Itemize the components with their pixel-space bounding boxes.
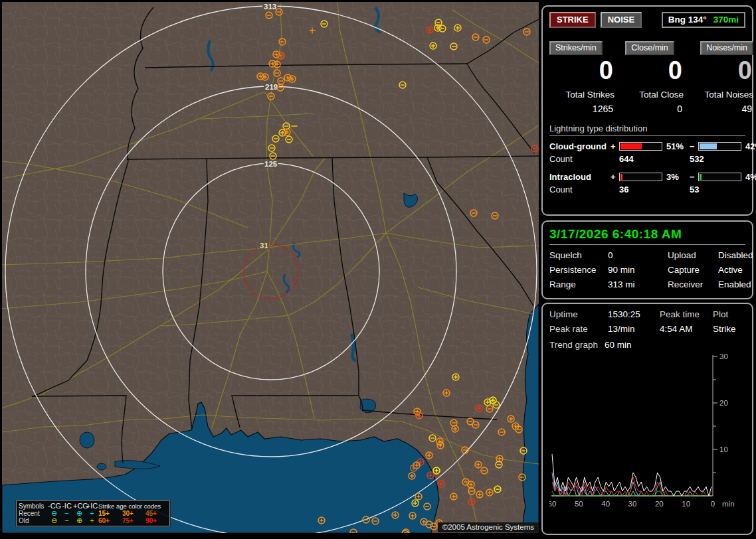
date-time-display: 3/17/2026 6:40:18 AM <box>549 227 745 242</box>
pos-cg-icon: ⊕ <box>73 517 86 524</box>
persistence-value: 90 min <box>608 265 668 275</box>
svg-text:30: 30 <box>628 500 637 508</box>
strike-age-code: 60+ <box>98 517 122 524</box>
svg-text:10: 10 <box>682 500 690 508</box>
close-per-min-column: Close/min 0 Total Close 0 <box>616 41 684 114</box>
cg-positive-pct: 51% <box>664 141 690 151</box>
noises-per-min-value: 0 <box>685 56 753 84</box>
capture-status: Active <box>718 265 748 275</box>
noises-per-min-column: Noises/min 0 Total Noises 49 <box>685 41 753 114</box>
total-close-value: 0 <box>616 104 684 114</box>
pos-ic-icon: + <box>86 517 98 524</box>
cg-negative-pct: 42% <box>743 141 756 151</box>
strikes-per-min-button[interactable]: Strikes/min <box>549 41 603 55</box>
strike-age-code: 15+ <box>98 510 122 517</box>
trend-graph: 1020306050403020100min <box>549 351 749 521</box>
squelch-label: Squelch <box>549 250 608 260</box>
svg-text:30: 30 <box>719 352 728 360</box>
receiver-label: Receiver <box>668 279 718 289</box>
svg-text:31: 31 <box>260 242 268 250</box>
legend-row-label: Recent <box>19 510 48 517</box>
strikes-per-min-value: 0 <box>549 56 614 84</box>
neg-ic-icon: − <box>60 517 73 524</box>
bearing-range: 370mi <box>713 15 739 25</box>
cloud-ground-label: Cloud-ground <box>549 141 611 151</box>
cg-positive-bar <box>619 142 662 151</box>
legend-age-title: Strike age color codes <box>98 502 167 510</box>
receiver-status: Enabled <box>718 279 748 289</box>
capture-label: Capture <box>668 265 718 275</box>
svg-text:10: 10 <box>719 445 728 453</box>
uptime-value: 1530:25 <box>608 309 660 319</box>
peak-time-label: Peak time <box>660 309 713 319</box>
legend-row-label: Old <box>19 517 48 524</box>
svg-text:40: 40 <box>601 500 610 508</box>
trend-graph-label: Trend graph <box>549 340 598 350</box>
trend-box: Uptime 1530:25 Peak time Plot Peak rate … <box>541 303 753 535</box>
bearing-label: Bng 134° <box>668 15 707 25</box>
ic-negative-count: 53 <box>690 185 756 194</box>
range-value: 313 mi <box>608 279 668 289</box>
strikes-per-min-column: Strikes/min 0 Total Strikes 1265 <box>549 41 614 114</box>
total-strikes-label: Total Strikes <box>549 90 614 100</box>
persistence-label: Persistence <box>549 265 608 275</box>
minus-sign: − <box>690 141 698 151</box>
svg-text:60: 60 <box>549 500 556 508</box>
close-per-min-button[interactable]: Close/min <box>625 41 674 55</box>
lightning-distribution-section: Lightning type distribution Cloud-ground… <box>549 123 745 194</box>
total-strikes-value: 1265 <box>549 104 614 114</box>
peak-time-value: 4:54 AM <box>660 324 713 334</box>
svg-text:0: 0 <box>711 500 715 508</box>
noise-toggle-button[interactable]: NOISE <box>601 12 642 28</box>
total-close-label: Total Close <box>616 90 684 100</box>
noises-per-min-button[interactable]: Noises/min <box>700 41 753 55</box>
squelch-value: 0 <box>608 250 668 260</box>
minus-sign: − <box>690 172 698 182</box>
counters-box: STRIKE NOISE Bng 134°370mi Strikes/min 0… <box>541 5 753 216</box>
status-box: 3/17/2026 6:40:18 AM Squelch 0 Upload Di… <box>541 220 753 299</box>
cg-negative-bar <box>698 142 741 151</box>
plot-label: Plot <box>713 309 748 319</box>
ic-positive-count: 36 <box>619 185 690 194</box>
plus-sign: + <box>611 141 619 151</box>
strike-age-code: 90+ <box>145 517 167 524</box>
bearing-display: Bng 134°370mi <box>662 12 745 28</box>
svg-text:20: 20 <box>655 500 664 508</box>
telemetry-panel: STRIKE NOISE Bng 134°370mi Strikes/min 0… <box>539 0 756 539</box>
svg-text:219: 219 <box>265 83 278 91</box>
trend-graph-value: 60 min <box>605 340 632 350</box>
svg-text:20: 20 <box>719 399 728 407</box>
strike-age-code: 30+ <box>122 510 145 517</box>
strike-toggle-button[interactable]: STRIKE <box>549 12 596 28</box>
svg-text:min: min <box>722 500 735 508</box>
ic-positive-bar <box>619 173 662 181</box>
svg-text:50: 50 <box>575 500 583 508</box>
distribution-title: Lightning type distribution <box>549 123 745 133</box>
ic-negative-bar <box>698 173 741 181</box>
upload-status: Disabled <box>718 250 748 260</box>
copyright-notice: ©2005 Astrogenic Systems <box>438 522 539 532</box>
cg-positive-count: 644 <box>619 154 690 164</box>
ic-count-label: Count <box>549 185 619 194</box>
peak-rate-label: Peak rate <box>549 324 608 334</box>
upload-label: Upload <box>668 250 718 260</box>
strike-age-code: 45+ <box>145 510 167 517</box>
uptime-label: Uptime <box>549 309 608 319</box>
ic-positive-pct: 3% <box>664 172 690 182</box>
legend-row: Old⊖−⊕+60+75+90+ <box>19 517 167 524</box>
neg-cg-icon: ⊖ <box>48 517 60 524</box>
strike-age-code: 75+ <box>122 517 145 524</box>
app-window: 313 219 125 31 Symbols -CG -IC +CG +IC S… <box>0 0 756 539</box>
total-noises-label: Total Noises <box>685 90 753 100</box>
map-canvas: 313 219 125 31 <box>2 2 539 533</box>
trend-series-noise <box>552 487 711 496</box>
total-noises-value: 49 <box>685 104 753 114</box>
cg-negative-count: 532 <box>690 154 756 164</box>
cg-count-label: Count <box>549 154 619 164</box>
ic-negative-pct: 4% <box>743 172 756 182</box>
map-legend: Symbols -CG -IC +CG +IC Strike age color… <box>16 501 170 526</box>
intracloud-label: Intracloud <box>549 172 611 182</box>
plus-sign: + <box>611 172 619 182</box>
lightning-map[interactable]: 313 219 125 31 Symbols -CG -IC +CG +IC S… <box>2 2 539 533</box>
range-label: Range <box>549 279 608 289</box>
